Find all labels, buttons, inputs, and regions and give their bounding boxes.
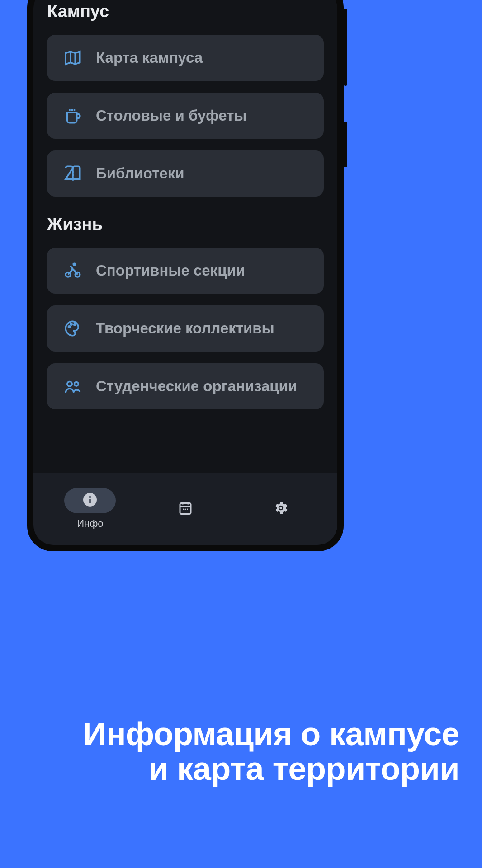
menu-item-student-orgs[interactable]: Студенческие организации [47, 363, 324, 409]
nav-item-settings[interactable] [233, 496, 328, 521]
svg-point-17 [187, 509, 188, 510]
svg-point-6 [67, 382, 72, 387]
svg-rect-10 [90, 499, 91, 503]
group-icon [63, 377, 82, 396]
menu-label: Спортивные секции [96, 262, 245, 279]
phone-screen: Кампус Карта кампуса Столовые и буфеты Б… [33, 0, 337, 545]
gear-icon [273, 500, 289, 518]
svg-point-5 [74, 324, 76, 326]
caption-line2: и карта территории [23, 751, 459, 787]
menu-item-creative[interactable]: Творческие коллективы [47, 305, 324, 352]
svg-point-9 [89, 496, 91, 498]
menu-item-sports[interactable]: Спортивные секции [47, 248, 324, 294]
nav-item-calendar[interactable] [138, 496, 233, 521]
phone-power-button [344, 9, 347, 86]
nav-label: Инфо [77, 518, 103, 530]
menu-item-libraries[interactable]: Библиотеки [47, 150, 324, 197]
bike-icon [63, 261, 82, 280]
map-icon [63, 48, 82, 67]
menu-item-canteens[interactable]: Столовые и буфеты [47, 93, 324, 139]
menu-label: Творческие коллективы [96, 320, 274, 337]
promo-caption: Информация о кампусе и карта территории [0, 717, 482, 787]
cup-icon [63, 106, 82, 125]
menu-label: Студенческие организации [96, 378, 297, 395]
content-area: Кампус Карта кампуса Столовые и буфеты Б… [33, 0, 337, 473]
menu-label: Столовые и буфеты [96, 107, 247, 124]
book-icon [63, 164, 82, 183]
section-title-campus: Кампус [47, 2, 324, 21]
phone-frame: Кампус Карта кампуса Столовые и буфеты Б… [27, 0, 344, 551]
bottom-nav: Инфо [33, 473, 337, 545]
menu-label: Карта кампуса [96, 49, 203, 66]
phone-volume-button [344, 122, 347, 167]
svg-point-7 [75, 382, 79, 386]
svg-point-16 [185, 509, 186, 510]
palette-icon [63, 319, 82, 338]
calendar-icon [177, 500, 194, 518]
caption-line1: Информация о кампусе [23, 717, 459, 752]
svg-point-15 [183, 509, 184, 510]
svg-point-4 [71, 324, 72, 325]
menu-label: Библиотеки [96, 165, 184, 182]
nav-item-info[interactable]: Инфо [43, 488, 138, 530]
section-title-life: Жизнь [47, 215, 324, 234]
info-icon [82, 492, 98, 510]
menu-item-campus-map[interactable]: Карта кампуса [47, 35, 324, 81]
svg-point-3 [68, 326, 70, 328]
